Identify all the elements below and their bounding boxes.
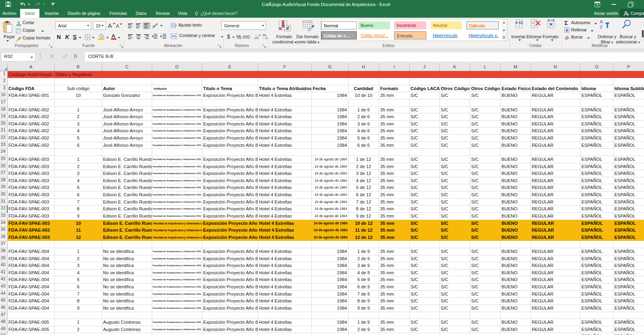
svg-text:→,0: →,0 <box>262 36 268 39</box>
svg-text:A: A <box>600 19 603 24</box>
svg-text:,00: ,00 <box>254 36 259 39</box>
svg-text:A: A <box>108 22 112 28</box>
svg-text:A: A <box>116 23 119 28</box>
svg-text:Z: Z <box>600 25 603 29</box>
svg-text:ab: ab <box>152 24 157 29</box>
